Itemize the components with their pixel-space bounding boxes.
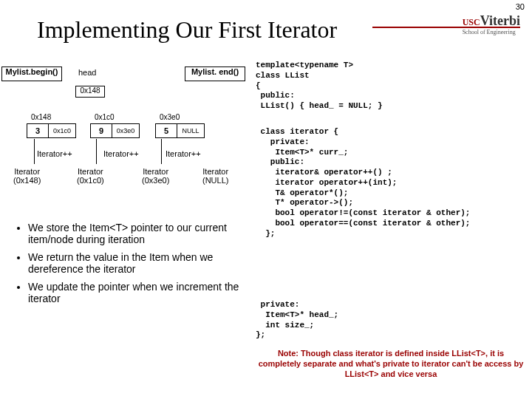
arrow-3 (161, 139, 162, 164)
iter-4-b: (NULL) (202, 176, 228, 185)
addr-2: 0x1c0 (95, 113, 115, 121)
slide-title: Implementing Our First Iterator (37, 16, 337, 44)
slide: 30 USCViterbi School of Engineering Impl… (0, 0, 532, 399)
node-1-val: 3 (27, 124, 49, 137)
code-block-3: private: Item<T>* head_; int size_; }; (256, 300, 338, 341)
viterbi-text: Viterbi (480, 13, 520, 28)
node-3: 5 NULL (155, 123, 205, 138)
iter-3-a: Iterator (143, 167, 168, 176)
head-box: 0x148 (75, 86, 105, 98)
node-2-val: 9 (91, 124, 112, 137)
bullet-3: We update the pointer when we increment … (28, 281, 251, 304)
node-2: 9 0x3e0 (90, 123, 140, 138)
iterator-4: Iterator (NULL) (202, 167, 228, 185)
iteratorpp-3: Iterator++ (166, 149, 201, 158)
note-text: Note: Though class iterator is defined i… (257, 349, 525, 379)
iteratorpp-1: Iterator++ (37, 149, 72, 158)
iter-3-b: (0x3e0) (142, 176, 169, 185)
bullet-list: We store the Item<T> pointer to our curr… (15, 222, 251, 310)
node-1-next: 0x1c0 (49, 124, 75, 137)
iter-2-a: Iterator (78, 167, 103, 176)
iter-2-b: (0x1c0) (77, 176, 104, 185)
iterator-2: Iterator (0x1c0) (77, 167, 104, 185)
addr-1: 0x148 (31, 113, 51, 121)
bullet-2: We return the value in the Item when we … (28, 251, 251, 275)
code-block-2: class iterator { private: Item<T>* curr_… (256, 127, 470, 239)
iter-1-a: Iterator (14, 167, 40, 176)
begin-box: Mylist.begin() (1, 66, 62, 81)
iterator-3: Iterator (0x3e0) (142, 167, 169, 185)
usc-text: USC (463, 17, 480, 27)
iteratorpp-2: Iterator++ (103, 149, 139, 158)
arrow-2 (96, 139, 97, 164)
node-3-next: NULL (177, 124, 204, 137)
end-box: Mylist. end() (185, 66, 245, 81)
arrow-1 (34, 139, 35, 164)
school-text: School of Engineering (463, 29, 520, 35)
iter-4-a: Iterator (202, 167, 228, 176)
page-number: 30 (516, 2, 525, 11)
usc-viterbi-logo: USCViterbi School of Engineering (463, 13, 520, 35)
addr-3: 0x3e0 (160, 113, 180, 121)
code-block-1: template<typename T> class LList { publi… (256, 61, 383, 112)
node-3-val: 5 (156, 124, 177, 137)
node-1: 3 0x1c0 (27, 123, 76, 138)
header-rule (372, 27, 520, 28)
iterator-1: Iterator (0x148) (13, 167, 41, 185)
node-2-next: 0x3e0 (112, 124, 139, 137)
head-label: head (78, 68, 96, 77)
bullet-1: We store the Item<T> pointer to our curr… (28, 222, 251, 245)
iter-1-b: (0x148) (13, 176, 41, 185)
